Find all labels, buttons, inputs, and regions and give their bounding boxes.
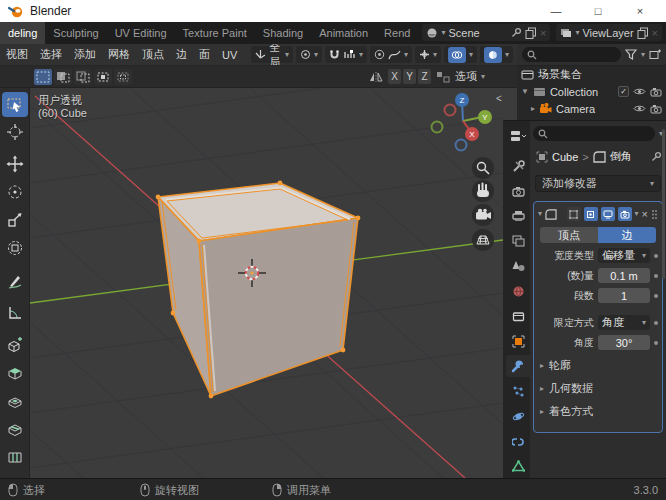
proportional-edit-controls[interactable]: ▾ bbox=[370, 46, 412, 63]
minimize-button[interactable]: — bbox=[538, 0, 574, 22]
angle-field[interactable]: 30° bbox=[598, 335, 650, 350]
menu-uv[interactable]: UV bbox=[216, 49, 243, 61]
snap-controls[interactable]: ▾ bbox=[325, 46, 367, 63]
width-type-dropdown[interactable]: 偏移量 ▾ bbox=[598, 248, 650, 263]
workspace-tab-render[interactable]: Rend bbox=[376, 22, 418, 44]
gizmo-y-neg[interactable] bbox=[432, 122, 443, 133]
close-button[interactable]: × bbox=[622, 0, 658, 22]
view-layer-chevron[interactable]: ▾ bbox=[575, 29, 579, 37]
gizmo-toggle[interactable]: ▾ bbox=[415, 46, 441, 63]
tab-view-layer-properties[interactable] bbox=[506, 230, 530, 252]
camera-disclosure[interactable]: ▸ bbox=[531, 105, 535, 113]
pan-hand-button[interactable] bbox=[472, 180, 494, 202]
maximize-button[interactable]: □ bbox=[580, 0, 616, 22]
modifier-drag-handle[interactable] bbox=[651, 209, 658, 220]
tool-measure[interactable] bbox=[2, 300, 28, 325]
new-view-layer-icon[interactable] bbox=[637, 27, 649, 39]
falloff-curve-icon[interactable] bbox=[388, 49, 401, 60]
section-profile[interactable]: ▸ 轮廓 bbox=[540, 358, 656, 373]
filter-chevron[interactable]: ▾ bbox=[641, 51, 645, 59]
breadcrumb-object[interactable]: Cube bbox=[552, 151, 578, 163]
scene-selector[interactable]: ▾ Scene × bbox=[422, 24, 550, 41]
unlink-scene-icon[interactable]: × bbox=[540, 27, 546, 39]
tool-move[interactable] bbox=[2, 151, 28, 176]
tab-collection-properties[interactable] bbox=[506, 305, 530, 327]
workspace-tab-uv-editing[interactable]: UV Editing bbox=[107, 22, 175, 44]
scene-selector-chevron[interactable]: ▾ bbox=[441, 29, 445, 37]
tab-modifier-properties[interactable] bbox=[506, 355, 530, 377]
tab-constraint-properties[interactable] bbox=[506, 430, 530, 452]
amount-field[interactable]: 0.1 m bbox=[598, 268, 650, 283]
tool-select-box[interactable] bbox=[2, 92, 28, 117]
eye-icon[interactable] bbox=[633, 104, 646, 113]
tab-output-properties[interactable] bbox=[506, 205, 530, 227]
zoom-button[interactable] bbox=[472, 157, 494, 179]
tool-cursor[interactable] bbox=[2, 119, 28, 144]
options-dropdown[interactable]: 选项 ▾ bbox=[455, 69, 485, 84]
bevel-tab-vertices[interactable]: 顶点 bbox=[540, 227, 598, 243]
modifier-realtime-toggle[interactable] bbox=[601, 207, 615, 221]
new-scene-icon[interactable] bbox=[525, 27, 537, 39]
workspace-tab-sculpting[interactable]: Sculpting bbox=[45, 22, 106, 44]
animate-dot[interactable] bbox=[654, 321, 658, 325]
pivot-point-dropdown[interactable]: ▾ bbox=[296, 46, 322, 63]
modifier-expand-chevron[interactable]: ▾ bbox=[538, 210, 542, 218]
sidebar-collapse-arrow[interactable]: < bbox=[496, 93, 502, 104]
tab-world-properties[interactable] bbox=[506, 280, 530, 302]
animate-dot[interactable] bbox=[654, 294, 658, 298]
animate-dot[interactable] bbox=[654, 254, 658, 258]
viewport-canvas[interactable]: Z Y X bbox=[30, 88, 503, 478]
tool-rotate[interactable] bbox=[2, 179, 28, 204]
select-mode-subtract-icon[interactable] bbox=[74, 69, 92, 85]
pin-icon[interactable] bbox=[511, 27, 522, 38]
outliner-row-collection[interactable]: ▼ Collection ✓ bbox=[517, 83, 666, 100]
tool-scale[interactable] bbox=[2, 207, 28, 232]
mirror-x-toggle[interactable]: X bbox=[388, 69, 401, 84]
snap-falloff-icon[interactable] bbox=[436, 71, 450, 83]
menu-edge[interactable]: 边 bbox=[170, 47, 193, 62]
tool-inset-faces[interactable] bbox=[2, 388, 28, 413]
overlays-icon[interactable] bbox=[448, 47, 466, 63]
transform-orientation-dropdown[interactable]: 全局 ▾ bbox=[251, 46, 293, 63]
render-visibility-icon[interactable] bbox=[650, 87, 662, 97]
pin-icon[interactable] bbox=[651, 151, 662, 162]
outliner-row-camera[interactable]: ▸ Camera bbox=[517, 100, 666, 117]
menu-select[interactable]: 选择 bbox=[34, 47, 68, 62]
outliner-row-scene-collection[interactable]: 场景集合 bbox=[517, 66, 666, 83]
xray-shading-toggle[interactable]: ▾ bbox=[480, 46, 513, 63]
new-collection-icon[interactable] bbox=[649, 49, 661, 60]
tab-object-properties[interactable] bbox=[506, 330, 530, 352]
menu-mesh[interactable]: 网格 bbox=[102, 47, 136, 62]
collection-disclosure[interactable]: ▼ bbox=[521, 88, 529, 96]
magnet-icon[interactable] bbox=[329, 49, 340, 61]
animate-dot[interactable] bbox=[654, 341, 658, 345]
tool-transform[interactable] bbox=[2, 235, 28, 260]
tool-annotate[interactable] bbox=[2, 268, 28, 293]
tab-scene-properties[interactable] bbox=[506, 255, 530, 277]
modifier-on-cage-toggle[interactable] bbox=[567, 207, 581, 221]
properties-search-input[interactable] bbox=[533, 126, 655, 141]
menu-add[interactable]: 添加 bbox=[68, 47, 102, 62]
tool-add-cube[interactable] bbox=[2, 332, 28, 357]
tab-object-data-properties[interactable] bbox=[506, 455, 530, 477]
navigation-gizmo[interactable]: Z Y X bbox=[432, 93, 493, 151]
select-mode-extend-icon[interactable] bbox=[54, 69, 72, 85]
menu-view[interactable]: 视图 bbox=[0, 47, 34, 62]
eye-icon[interactable] bbox=[633, 87, 646, 96]
select-mode-invert-icon[interactable] bbox=[94, 69, 112, 85]
section-geometry[interactable]: ▸ 几何数据 bbox=[540, 381, 656, 396]
menu-face[interactable]: 面 bbox=[193, 47, 216, 62]
workspace-tab-texture-paint[interactable]: Texture Paint bbox=[175, 22, 255, 44]
mirror-z-toggle[interactable]: Z bbox=[418, 69, 431, 84]
tab-render-properties[interactable] bbox=[506, 180, 530, 202]
modifier-editmode-toggle[interactable] bbox=[584, 207, 598, 221]
cube-object[interactable] bbox=[156, 181, 361, 399]
filter-icon[interactable] bbox=[625, 49, 637, 60]
tool-extrude-region[interactable] bbox=[2, 360, 28, 385]
render-visibility-icon[interactable] bbox=[650, 104, 662, 114]
tab-particle-properties[interactable] bbox=[506, 380, 530, 402]
animate-dot[interactable] bbox=[654, 274, 658, 278]
orthographic-toggle-button[interactable] bbox=[472, 229, 494, 251]
modifier-delete-button[interactable]: × bbox=[642, 208, 648, 220]
tab-tool-properties[interactable] bbox=[506, 155, 530, 177]
